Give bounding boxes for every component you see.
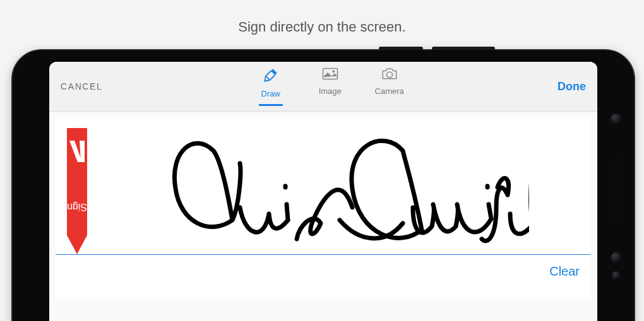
clear-button[interactable]: Clear <box>549 264 580 279</box>
tab-camera-label: Camera <box>375 86 404 96</box>
svg-point-1 <box>332 70 335 73</box>
phone-sensor-cluster <box>608 114 624 290</box>
pen-icon <box>263 67 279 86</box>
phone-edge-button <box>379 47 423 50</box>
tab-draw[interactable]: Draw <box>254 67 287 106</box>
signature-stroke <box>150 113 529 264</box>
cancel-button[interactable]: CANCEL <box>61 81 102 91</box>
app-screen: CANCEL Draw <box>49 62 597 321</box>
phone-sensor-icon <box>612 271 621 280</box>
page-caption: Sign directly on the screen. <box>0 19 644 35</box>
tab-camera[interactable]: Camera <box>373 67 406 96</box>
sign-tag-label: Sign <box>67 202 87 213</box>
tab-image[interactable]: Image <box>314 67 347 96</box>
done-button[interactable]: Done <box>558 80 586 93</box>
camera-icon <box>381 67 398 83</box>
phone-frame: CANCEL Draw <box>11 49 635 321</box>
phone-sensor-icon <box>611 252 622 264</box>
mode-tabs: Draw Image <box>254 67 406 106</box>
phone-edge-button <box>432 47 495 50</box>
svg-rect-0 <box>323 69 337 79</box>
image-icon <box>322 67 338 83</box>
tab-image-label: Image <box>319 86 342 96</box>
phone-camera-icon <box>611 114 622 125</box>
phone-speaker <box>614 151 618 227</box>
svg-point-2 <box>386 72 392 78</box>
tab-draw-label: Draw <box>261 89 280 98</box>
sign-here-tag: Sign <box>62 128 92 254</box>
signature-canvas[interactable]: Sign Clear <box>56 117 591 300</box>
toolbar: CANCEL Draw <box>49 62 597 112</box>
